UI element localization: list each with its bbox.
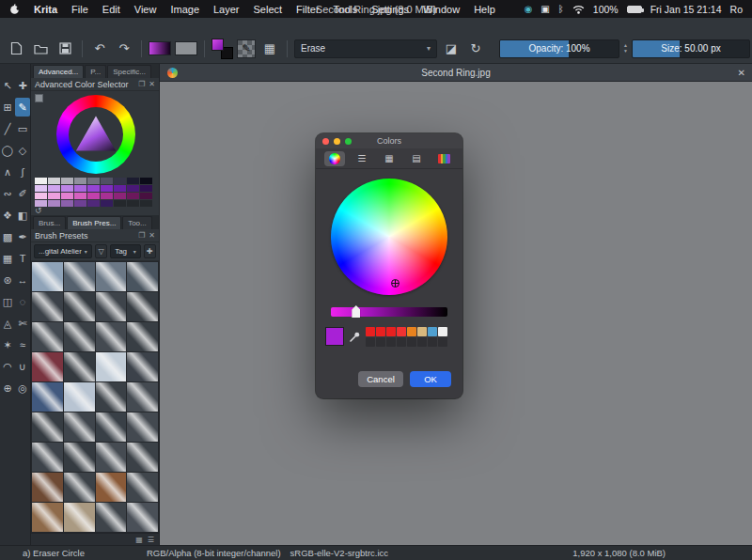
- rectangle-tool-icon[interactable]: ▭: [15, 119, 30, 138]
- pencils-tab[interactable]: [433, 151, 454, 166]
- saved-swatch-empty[interactable]: [397, 337, 406, 347]
- apple-menu-icon[interactable]: [9, 3, 20, 15]
- document-tab-title[interactable]: Second Ring.jpg: [421, 68, 490, 78]
- current-color-swatch[interactable]: [325, 327, 344, 346]
- foreground-background-color-button[interactable]: [212, 39, 233, 59]
- saved-swatch-empty[interactable]: [417, 337, 427, 347]
- brush-preset-thumbnail[interactable]: [96, 473, 127, 502]
- brush-preset-thumbnail[interactable]: [32, 382, 63, 412]
- bezier-select-tool-icon[interactable]: ◠: [0, 357, 15, 376]
- camera-status-icon[interactable]: ◉: [525, 4, 533, 14]
- fill-tool-icon[interactable]: ◧: [15, 206, 30, 225]
- color-wheel[interactable]: [331, 179, 447, 295]
- brush-preset-thumbnail[interactable]: [64, 292, 95, 321]
- app-menu-krita[interactable]: Krita: [34, 4, 57, 15]
- docker-tab[interactable]: Specific...: [107, 65, 151, 78]
- cancel-button[interactable]: Cancel: [358, 371, 403, 387]
- polygon-select-tool-icon[interactable]: ◬: [0, 314, 15, 333]
- brush-preset-thumbnail[interactable]: [32, 292, 63, 321]
- gradient-chooser-button[interactable]: [149, 41, 171, 55]
- undo-button[interactable]: ↶: [89, 39, 110, 59]
- palette-swatch[interactable]: [87, 178, 100, 184]
- palette-swatch[interactable]: [61, 193, 73, 199]
- preset-collection-dropdown[interactable]: ...gital Atelier ▾: [34, 244, 92, 258]
- saved-swatch[interactable]: [417, 327, 427, 336]
- zoom-window-button[interactable]: [345, 138, 352, 145]
- brightness-slider-handle[interactable]: [352, 305, 360, 318]
- palette-swatch[interactable]: [140, 178, 152, 184]
- measure-tool-icon[interactable]: ↔: [15, 271, 30, 289]
- rect-select-tool-icon[interactable]: ◫: [0, 292, 15, 311]
- palette-swatch[interactable]: [35, 185, 47, 192]
- color-wheel-tab[interactable]: [324, 151, 345, 166]
- minimize-window-button[interactable]: [334, 138, 340, 145]
- brush-preset-thumbnail[interactable]: [127, 262, 158, 291]
- palette-swatch[interactable]: [101, 185, 113, 192]
- float-docker-icon[interactable]: ❐: [138, 80, 145, 88]
- ok-button[interactable]: OK: [410, 371, 451, 387]
- eraser-mode-button[interactable]: ◪: [441, 39, 462, 59]
- new-document-button[interactable]: [6, 39, 26, 59]
- brush-preset-thumbnail[interactable]: [64, 503, 95, 532]
- close-docker-icon[interactable]: ✕: [149, 80, 155, 88]
- brush-preset-thumbnail[interactable]: [127, 322, 158, 351]
- docker-tab[interactable]: P...: [85, 65, 106, 78]
- add-tag-icon[interactable]: ✚: [144, 244, 156, 258]
- brush-preset-thumbnail[interactable]: [32, 503, 63, 532]
- palette-swatch[interactable]: [48, 200, 60, 207]
- colors-dialog-titlebar[interactable]: Colors: [316, 133, 462, 148]
- gradient-tool-icon[interactable]: ▩: [0, 227, 15, 246]
- size-slider[interactable]: Size: 50.00 px: [632, 39, 750, 58]
- palette-swatch[interactable]: [114, 185, 126, 192]
- menu-item[interactable]: Layer: [213, 4, 240, 15]
- saved-swatch[interactable]: [428, 327, 437, 336]
- freehand-path-tool-icon[interactable]: ∾: [0, 184, 15, 203]
- brush-preset-thumbnail[interactable]: [32, 262, 63, 291]
- brush-preset-thumbnail[interactable]: [96, 412, 127, 442]
- saved-swatch-empty[interactable]: [407, 337, 416, 347]
- open-document-button[interactable]: [30, 39, 51, 59]
- menu-item[interactable]: Edit: [102, 4, 120, 15]
- polyline-tool-icon[interactable]: ∧: [0, 163, 15, 181]
- brush-presets-button[interactable]: ▦: [259, 39, 280, 59]
- wifi-icon[interactable]: [572, 5, 585, 14]
- palette-swatch[interactable]: [74, 185, 86, 192]
- saved-swatch-empty[interactable]: [366, 337, 375, 347]
- pattern-chooser-button[interactable]: [175, 41, 197, 55]
- zoom-tool-icon[interactable]: ⊕: [0, 379, 15, 397]
- palette-swatch[interactable]: [74, 178, 86, 184]
- menu-item[interactable]: Select: [254, 4, 283, 15]
- saved-swatch-empty[interactable]: [386, 337, 396, 347]
- line-tool-icon[interactable]: ╱: [0, 119, 15, 138]
- close-document-icon[interactable]: ✕: [738, 68, 745, 78]
- display-mirroring-icon[interactable]: ▣: [540, 4, 549, 14]
- dynamic-brush-tool-icon[interactable]: ✐: [15, 184, 30, 203]
- ellipse-tool-icon[interactable]: ◯: [0, 141, 15, 160]
- bezier-curve-tool-icon[interactable]: ∫: [15, 163, 30, 181]
- saved-swatch[interactable]: [407, 327, 416, 336]
- ellipse-select-tool-icon[interactable]: ◌: [15, 292, 30, 311]
- palette-swatch[interactable]: [101, 193, 113, 199]
- blending-mode-dropdown[interactable]: Erase ▾: [294, 39, 437, 58]
- brush-preset-thumbnail[interactable]: [96, 262, 127, 291]
- palette-swatch[interactable]: [127, 193, 139, 199]
- brush-preset-thumbnail[interactable]: [96, 322, 127, 351]
- brush-preset-thumbnail[interactable]: [127, 292, 158, 321]
- saved-swatch[interactable]: [397, 327, 406, 336]
- palette-swatch[interactable]: [127, 178, 139, 184]
- save-document-button[interactable]: [55, 39, 75, 59]
- palette-swatch[interactable]: [87, 185, 100, 192]
- color-sampler-tool-icon[interactable]: ✒: [15, 227, 30, 246]
- brush-preset-thumbnail[interactable]: [32, 412, 63, 442]
- saved-swatch[interactable]: [366, 327, 375, 336]
- palette-swatch[interactable]: [61, 200, 73, 207]
- brush-preset-thumbnail[interactable]: [64, 262, 95, 291]
- palette-swatch[interactable]: [61, 185, 73, 192]
- saved-swatch[interactable]: [438, 327, 447, 336]
- palette-swatch[interactable]: [35, 193, 47, 199]
- brush-preset-thumbnail[interactable]: [64, 322, 95, 351]
- palette-swatch[interactable]: [140, 185, 152, 192]
- eyedropper-icon[interactable]: [349, 330, 361, 347]
- color-sliders-tab[interactable]: ☰: [352, 151, 372, 166]
- palette-swatch[interactable]: [74, 193, 86, 199]
